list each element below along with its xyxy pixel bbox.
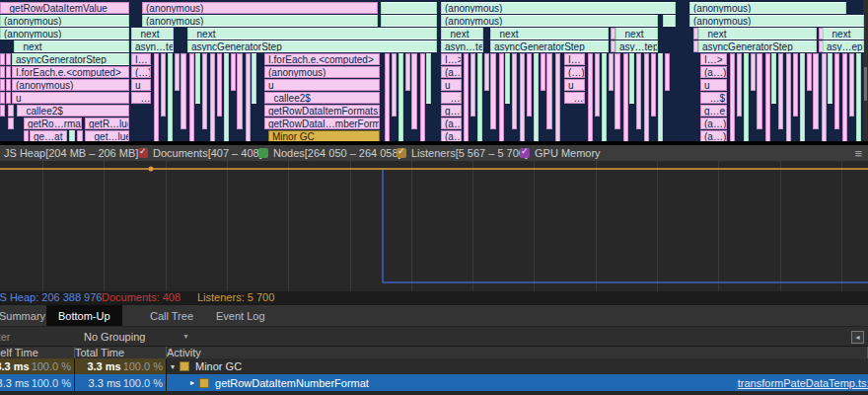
flame-frame[interactable] bbox=[499, 53, 504, 141]
flame-frame[interactable] bbox=[588, 53, 593, 141]
flame-frame[interactable]: _callee2$ bbox=[264, 92, 380, 104]
flame-frame[interactable] bbox=[800, 53, 805, 141]
checkbox-listeners[interactable]: ✓ bbox=[397, 148, 406, 158]
chevron-down-icon[interactable]: ▾ bbox=[171, 362, 175, 371]
flame-frame[interactable]: u bbox=[564, 79, 585, 91]
flame-chart[interactable]: _getRowDataItemValue(anonymous)(anonymou… bbox=[0, 0, 868, 141]
counter-toggle-documents[interactable]: ✓Documents[407 – 408] bbox=[138, 145, 262, 161]
flame-frame[interactable]: (…) bbox=[131, 66, 151, 78]
flame-frame[interactable] bbox=[807, 53, 812, 91]
flame-frame[interactable]: I… bbox=[564, 53, 585, 65]
flame-frame[interactable]: (anonymous) bbox=[689, 15, 864, 27]
flame-frame[interactable] bbox=[237, 53, 243, 129]
flame-frame[interactable] bbox=[0, 66, 5, 78]
checkbox-gpu-memory[interactable]: ✓ bbox=[520, 148, 530, 158]
activity-cell[interactable]: ▾Minor GC bbox=[167, 358, 868, 374]
activity-cell[interactable]: ▸getRowDataItemNumberFormattransformPate… bbox=[167, 374, 868, 391]
table-row[interactable]: 3.3 ms100.0 %3.3 ms100.0 %▸getRowDataIte… bbox=[0, 374, 868, 391]
flame-frame[interactable]: _…$ bbox=[700, 92, 727, 104]
counter-toggle-nodes[interactable]: Nodes[264 050 – 264 058] bbox=[258, 145, 401, 161]
flame-frame[interactable] bbox=[381, 15, 437, 27]
flame-frame[interactable] bbox=[0, 92, 5, 104]
flame-frame[interactable] bbox=[765, 53, 770, 141]
checkbox-nodes[interactable] bbox=[258, 148, 268, 158]
flame-frame[interactable]: asyncGeneratorStep bbox=[187, 40, 437, 52]
flame-frame[interactable] bbox=[385, 53, 390, 141]
flame-frame[interactable] bbox=[546, 53, 552, 129]
checkbox-documents[interactable]: ✓ bbox=[138, 148, 148, 158]
flame-frame[interactable] bbox=[813, 53, 819, 129]
flame-frame[interactable]: (anonymous) bbox=[0, 15, 129, 27]
counter-toggle-gpu-memory[interactable]: ✓GPU Memory bbox=[520, 145, 601, 161]
flame-frame[interactable]: I…> bbox=[700, 53, 727, 65]
flame-frame[interactable] bbox=[636, 53, 641, 129]
flame-frame[interactable] bbox=[6, 92, 11, 104]
flame-frame[interactable]: u bbox=[131, 79, 151, 91]
flame-frame[interactable]: g…e bbox=[700, 105, 727, 117]
grouping-select[interactable]: No Grouping ▼ bbox=[84, 327, 145, 347]
tab-bottom-up[interactable]: Bottom-Up bbox=[46, 305, 122, 327]
flame-frame[interactable] bbox=[381, 2, 437, 14]
flame-frame[interactable]: asyn…tep bbox=[131, 40, 174, 52]
counter-toggle-listeners[interactable]: ✓Listeners[5 567 – 5 700] bbox=[397, 145, 528, 161]
overflow-menu-icon[interactable]: ≡ bbox=[854, 146, 862, 161]
flame-frame[interactable] bbox=[555, 53, 560, 141]
flame-frame[interactable] bbox=[534, 53, 539, 141]
tab-event-log[interactable]: Event Log bbox=[204, 305, 277, 327]
flame-frame[interactable]: (a…) bbox=[441, 66, 462, 78]
flame-frame[interactable] bbox=[464, 53, 469, 141]
flame-frame[interactable] bbox=[744, 53, 749, 141]
flame-frame[interactable] bbox=[602, 53, 607, 141]
flame-frame[interactable]: _next bbox=[14, 40, 129, 52]
flame-frame[interactable] bbox=[0, 53, 5, 65]
flame-frame[interactable] bbox=[181, 53, 186, 129]
flame-frame[interactable] bbox=[202, 53, 207, 129]
flame-frame[interactable]: (a…) bbox=[441, 130, 462, 141]
flame-frame[interactable] bbox=[24, 130, 29, 141]
flame-frame[interactable] bbox=[189, 53, 194, 141]
flame-frame[interactable]: u bbox=[441, 79, 462, 91]
flame-frame[interactable] bbox=[175, 53, 180, 91]
flame-frame[interactable] bbox=[231, 53, 236, 91]
flame-frame[interactable]: (anonymous) bbox=[264, 66, 380, 78]
flame-frame[interactable] bbox=[217, 53, 222, 117]
flame-frame[interactable]: asyncGeneratorStep bbox=[490, 40, 609, 52]
flame-frame[interactable]: _next bbox=[823, 28, 864, 40]
flame-frame[interactable]: _get…lue bbox=[85, 130, 129, 141]
flame-frame[interactable] bbox=[834, 53, 839, 129]
flame-frame[interactable]: (a…) bbox=[700, 66, 727, 78]
flame-frame[interactable] bbox=[6, 79, 11, 91]
show-sidebar-icon[interactable]: ◂ bbox=[851, 331, 864, 344]
flame-frame[interactable] bbox=[168, 53, 173, 141]
flame-frame[interactable] bbox=[484, 53, 489, 91]
flame-frame[interactable] bbox=[161, 53, 166, 117]
flame-frame[interactable]: (anonymous) bbox=[441, 2, 676, 14]
flame-frame[interactable] bbox=[69, 130, 75, 141]
flame-frame[interactable]: (anonymous) bbox=[0, 28, 129, 40]
chevron-right-icon[interactable]: ▸ bbox=[190, 378, 194, 387]
flame-frame[interactable] bbox=[849, 53, 854, 117]
flame-frame[interactable] bbox=[8, 105, 14, 117]
flame-frame[interactable] bbox=[477, 53, 482, 141]
flame-frame[interactable] bbox=[6, 53, 11, 65]
flame-frame[interactable] bbox=[252, 53, 256, 104]
flame-frame[interactable] bbox=[77, 130, 83, 141]
flame-frame[interactable]: u bbox=[264, 79, 380, 91]
flame-frame[interactable]: _next bbox=[698, 28, 817, 40]
flame-frame[interactable]: g…e bbox=[441, 105, 462, 117]
flame-frame[interactable]: getRowDataI…mberFormat bbox=[264, 118, 380, 129]
flame-frame[interactable] bbox=[411, 53, 417, 129]
flame-frame[interactable] bbox=[527, 53, 532, 117]
table-row[interactable]: 3.3 ms100.0 %3.3 ms100.0 %▾Minor GC bbox=[0, 358, 868, 374]
flame-frame[interactable]: getR…lue bbox=[85, 118, 129, 129]
flame-frame[interactable] bbox=[651, 53, 656, 117]
flame-frame[interactable] bbox=[154, 53, 159, 141]
flame-frame[interactable]: I.forEach.e.<computed> bbox=[12, 66, 129, 78]
flame-frame[interactable] bbox=[520, 53, 525, 141]
flame-frame[interactable]: asyn…tep bbox=[441, 40, 483, 52]
flame-frame[interactable] bbox=[842, 53, 847, 141]
counters-graph[interactable] bbox=[0, 161, 868, 291]
flame-frame[interactable] bbox=[405, 53, 410, 91]
flame-frame[interactable]: getRo…rmats bbox=[24, 118, 82, 129]
flame-frame[interactable]: ge…at bbox=[30, 130, 67, 141]
